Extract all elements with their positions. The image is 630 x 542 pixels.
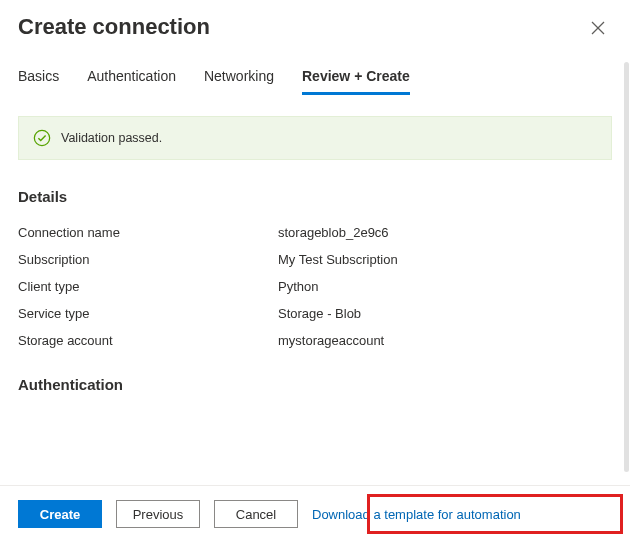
close-icon <box>591 21 605 35</box>
tab-basics[interactable]: Basics <box>18 68 59 95</box>
detail-key: Storage account <box>18 333 278 348</box>
detail-row: Client type Python <box>18 273 612 300</box>
close-button[interactable] <box>584 14 612 42</box>
authentication-heading: Authentication <box>18 376 612 393</box>
detail-value: My Test Subscription <box>278 252 398 267</box>
create-button[interactable]: Create <box>18 500 102 528</box>
download-template-link[interactable]: Download a template for automation <box>312 507 521 522</box>
detail-value: Python <box>278 279 318 294</box>
detail-key: Connection name <box>18 225 278 240</box>
details-heading: Details <box>18 188 612 205</box>
footer-bar: Create Previous Cancel Download a templa… <box>0 485 630 542</box>
panel-header: Create connection <box>0 0 630 50</box>
tab-networking[interactable]: Networking <box>204 68 274 95</box>
detail-row: Subscription My Test Subscription <box>18 246 612 273</box>
detail-key: Service type <box>18 306 278 321</box>
wizard-tabs: Basics Authentication Networking Review … <box>0 50 630 96</box>
success-icon <box>33 129 51 147</box>
panel-title: Create connection <box>18 14 210 40</box>
detail-key: Subscription <box>18 252 278 267</box>
detail-value: mystorageaccount <box>278 333 384 348</box>
tab-review-create[interactable]: Review + Create <box>302 68 410 95</box>
tab-authentication[interactable]: Authentication <box>87 68 176 95</box>
detail-value: Storage - Blob <box>278 306 361 321</box>
detail-key: Client type <box>18 279 278 294</box>
create-connection-panel: Create connection Basics Authentication … <box>0 0 630 542</box>
detail-row: Service type Storage - Blob <box>18 300 612 327</box>
cancel-button[interactable]: Cancel <box>214 500 298 528</box>
detail-value: storageblob_2e9c6 <box>278 225 389 240</box>
validation-message: Validation passed. <box>61 131 162 145</box>
detail-row: Storage account mystorageaccount <box>18 327 612 354</box>
scrollbar-thumb[interactable] <box>624 62 629 472</box>
detail-row: Connection name storageblob_2e9c6 <box>18 219 612 246</box>
validation-banner: Validation passed. <box>18 116 612 160</box>
svg-point-2 <box>34 130 49 145</box>
previous-button[interactable]: Previous <box>116 500 200 528</box>
content-area: Validation passed. Details Connection na… <box>0 96 630 485</box>
